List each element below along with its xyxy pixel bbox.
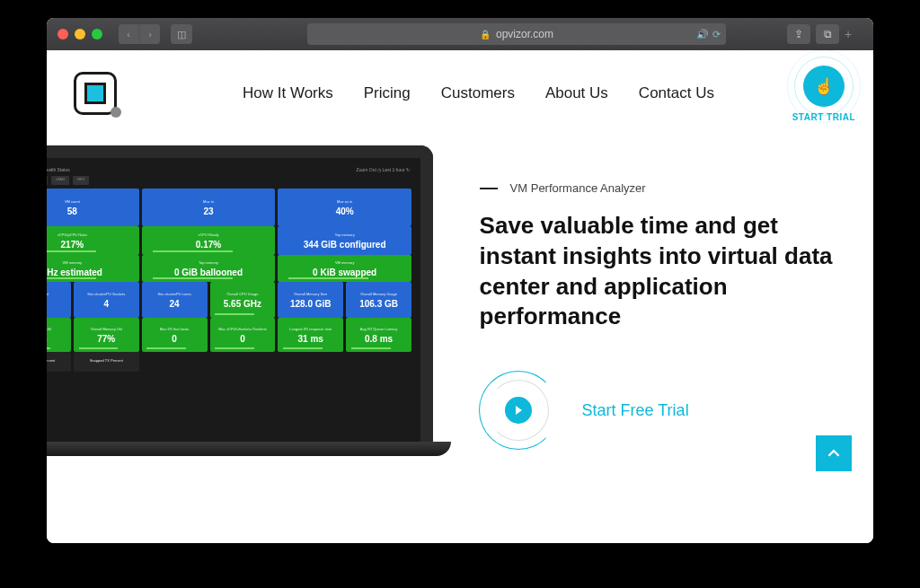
- metric-tile: Top memory0 GiB ballooned: [142, 255, 276, 282]
- tabs-button[interactable]: ⧉: [816, 24, 839, 44]
- nav-how-it-works[interactable]: How It Works: [243, 84, 333, 102]
- tile-label: Hosted count: [47, 292, 69, 296]
- tile-label: Overall CPU Usage: [212, 292, 274, 296]
- tile-label: Hosted CPU Util: [47, 327, 69, 331]
- tile-value: 0.17%: [144, 240, 274, 250]
- new-tab-button[interactable]: +: [845, 27, 862, 41]
- metric-tile: Top memory344 GiB configured: [278, 226, 411, 255]
- hero-right: VM Performance Analyzer Save valuable ti…: [444, 136, 873, 543]
- tile-value: 77%: [75, 334, 137, 344]
- laptop-base: [47, 442, 451, 456]
- tile-label: Snapped RX Percent: [47, 358, 69, 363]
- metric-tile: Sim cluster/PU Sockets4: [74, 282, 139, 318]
- laptop-mockup: VMware vSphere Health Status Zoom Out ◷ …: [47, 145, 433, 456]
- metric-tile: Avg I/O Queue Latency0.8 ms: [346, 318, 411, 352]
- tile-value: 106.3 GB: [348, 299, 410, 309]
- dashboard-controls: Zoom Out ◷ Last 1 hour ↻: [357, 167, 410, 172]
- tile-label: vCPU/pCPU Ratio: [47, 233, 137, 237]
- tile-label: Longest I/O response time: [279, 327, 341, 331]
- site-header: How It Works Pricing Customers About Us …: [47, 50, 873, 136]
- maximize-window-button[interactable]: [92, 29, 102, 39]
- dash-tab: PKI: [47, 176, 48, 185]
- tile-label: Sim cluster/PU Sockets: [75, 292, 137, 296]
- eyebrow: VM Performance Analyzer: [480, 181, 837, 195]
- hero-left: VMware vSphere Health Status Zoom Out ◷ …: [47, 136, 444, 543]
- audio-icon[interactable]: 🔊: [696, 29, 709, 40]
- dash-tab: NSX: [73, 176, 89, 185]
- tile-value: 40%: [279, 206, 410, 216]
- tile-label: Sim cluster/PU cores: [144, 292, 206, 296]
- nav-pricing[interactable]: Pricing: [364, 84, 411, 102]
- dashboard-tabs: General PKI vSAN NSX: [47, 176, 415, 185]
- play-button[interactable]: [480, 372, 557, 449]
- metric-tile: Overall Memory Usage106.3 GB: [346, 282, 411, 318]
- back-button[interactable]: ‹: [119, 24, 138, 44]
- logo-inner: [84, 83, 106, 104]
- minimize-window-button[interactable]: [75, 29, 85, 39]
- tile-value: 18%: [47, 334, 69, 344]
- metric-tile: Mac vCPU/vSockets Overlimit0: [210, 318, 276, 352]
- tile-value: 128.0 GiB: [279, 299, 341, 309]
- tile-label: Mac av in: [279, 199, 410, 204]
- tile-value: 0: [212, 334, 274, 344]
- metric-tile: Mac in23: [142, 189, 276, 226]
- tile-label: Top memory: [144, 260, 274, 265]
- tile-value: 0 KiB swapped: [279, 268, 410, 277]
- tile-label: VM memory: [47, 260, 137, 265]
- metric-tile: VM memory2Hz estimated: [47, 255, 139, 282]
- pointer-icon: ☝: [814, 76, 834, 96]
- tile-value: 217%: [47, 240, 137, 250]
- tile-label: Overall Memory Util: [75, 327, 137, 331]
- tile-label: Avg I/O Queue Latency: [348, 327, 410, 331]
- nav-arrows: ‹ ›: [119, 24, 160, 44]
- tile-label: Mac in: [144, 199, 274, 204]
- tile-label: Mac vCPU/vSockets Overlimit: [212, 327, 274, 331]
- forward-button[interactable]: ›: [140, 24, 160, 44]
- tile-value: 58: [47, 206, 137, 216]
- tile-label: Snapped TX Percent: [75, 358, 137, 363]
- metric-tile: Snapped TX Percent: [74, 352, 139, 372]
- metric-tile: Sim cluster/PU cores24: [142, 282, 208, 318]
- tile-value: 2: [47, 299, 69, 309]
- scroll-to-top-button[interactable]: [816, 435, 852, 471]
- tile-value: 0 GiB ballooned: [144, 268, 274, 277]
- tile-value: 0: [144, 334, 206, 344]
- nav-contact-us[interactable]: Contact Us: [639, 84, 714, 102]
- hero-section: VMware vSphere Health Status Zoom Out ◷ …: [47, 136, 873, 543]
- metric-tile: Mac I/O that hosts0: [142, 318, 208, 352]
- dash-tab: vSAN: [51, 176, 69, 185]
- metric-tile: Longest I/O response time31 ms: [278, 318, 343, 352]
- url-text: opvizor.com: [496, 28, 553, 40]
- metric-tile: Overall Memory Size128.0 GiB: [278, 282, 343, 318]
- logo-dot: [111, 107, 121, 118]
- browser-chrome: ‹ › ◫ 🔒 opvizor.com 🔊 ⟳ ⇪ ⧉ +: [47, 18, 873, 50]
- browser-window: ‹ › ◫ 🔒 opvizor.com 🔊 ⟳ ⇪ ⧉ + How It Wor…: [47, 18, 873, 543]
- metric-tile: Snapped RX Percent: [47, 352, 71, 372]
- address-bar[interactable]: 🔒 opvizor.com 🔊 ⟳: [307, 23, 726, 45]
- tile-label: vCPU Ready: [144, 233, 274, 237]
- sidebar-toggle-button[interactable]: ◫: [171, 24, 192, 44]
- traffic-lights: [58, 29, 102, 39]
- start-trial-badge[interactable]: ☝ START TRIAL: [792, 66, 855, 122]
- tile-value: 5.65 GHz: [212, 299, 274, 309]
- dashboard-title-bar: VMware vSphere Health Status Zoom Out ◷ …: [47, 163, 415, 176]
- headline: Save valuable time and get instant insig…: [480, 211, 837, 332]
- metric-tile: Mac av in40%: [278, 189, 411, 226]
- metric-tile: VM count58: [47, 189, 139, 226]
- cta-row: Start Free Trial: [480, 372, 837, 449]
- nav-about-us[interactable]: About Us: [545, 84, 608, 102]
- eyebrow-text: VM Performance Analyzer: [510, 181, 646, 195]
- tile-label: Top memory: [279, 233, 410, 237]
- dashboard-title: VMware vSphere Health Status: [47, 167, 70, 172]
- logo[interactable]: [74, 72, 117, 115]
- close-window-button[interactable]: [58, 29, 68, 39]
- nav-customers[interactable]: Customers: [441, 84, 515, 102]
- page-content: How It Works Pricing Customers About Us …: [47, 50, 873, 543]
- reload-icon[interactable]: ⟳: [712, 29, 721, 40]
- tile-value: 2Hz estimated: [47, 268, 137, 277]
- cta-link[interactable]: Start Free Trial: [582, 401, 689, 420]
- tile-value: 31 ms: [279, 334, 341, 344]
- tile-label: Overall Memory Size: [279, 292, 341, 296]
- share-button[interactable]: ⇪: [787, 24, 810, 44]
- laptop-screen: VMware vSphere Health Status Zoom Out ◷ …: [47, 145, 433, 442]
